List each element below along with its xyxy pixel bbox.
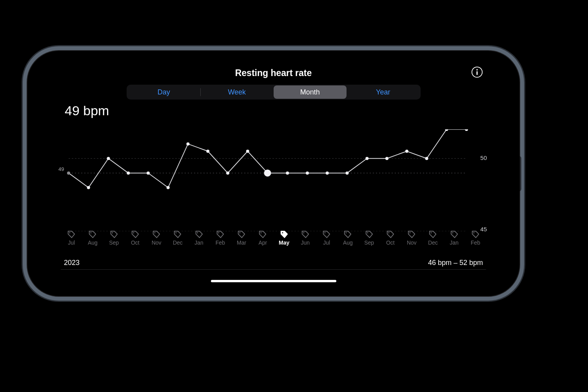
svg-point-42: [388, 232, 389, 233]
current-value: 49 bpm: [65, 103, 109, 118]
svg-point-28: [91, 232, 92, 233]
month-cell-jul-12[interactable]: Jul: [316, 230, 337, 253]
month-label: Jul: [323, 240, 330, 246]
tag-icon: [110, 230, 118, 239]
svg-point-40: [346, 232, 347, 233]
month-cell-nov-16[interactable]: Nov: [401, 230, 422, 253]
svg-point-33: [197, 232, 198, 233]
svg-point-37: [282, 232, 283, 233]
segment-week-label: Week: [228, 88, 246, 96]
month-label: Feb: [216, 240, 225, 246]
info-icon: [471, 66, 483, 78]
info-button[interactable]: [471, 66, 483, 78]
home-indicator[interactable]: [211, 280, 336, 282]
month-cell-aug-1[interactable]: Aug: [82, 230, 103, 253]
svg-point-44: [431, 232, 432, 233]
month-label: Nov: [152, 240, 162, 246]
month-label: Aug: [88, 240, 98, 246]
month-label: Dec: [428, 240, 438, 246]
segment-year[interactable]: Year: [347, 85, 420, 99]
month-label: Oct: [386, 240, 395, 246]
screen: Resting heart rate Day Week: [43, 61, 504, 286]
segment-month[interactable]: Month: [274, 85, 347, 99]
tag-icon: [428, 230, 437, 239]
month-label: Sep: [109, 240, 119, 246]
month-cell-sep-2[interactable]: Sep: [103, 230, 125, 253]
svg-point-27: [69, 232, 71, 233]
segment-month-label: Month: [300, 88, 320, 96]
month-label: Jan: [450, 240, 459, 246]
tag-icon: [301, 230, 310, 239]
segment-day[interactable]: Day: [127, 85, 201, 99]
month-cell-apr-9[interactable]: Apr: [252, 230, 273, 253]
month-label: Sep: [364, 240, 374, 246]
svg-point-15: [246, 150, 249, 153]
heart-rate-chart[interactable]: 49 50 45: [61, 129, 486, 231]
segment-divider: [200, 88, 201, 96]
month-cell-oct-3[interactable]: Oct: [125, 230, 146, 253]
month-cell-feb-19[interactable]: Feb: [465, 230, 486, 253]
month-label: Jan: [194, 240, 203, 246]
tag-icon: [195, 230, 203, 239]
month-label: Dec: [173, 240, 183, 246]
svg-point-20: [346, 171, 349, 174]
phone-frame: Resting heart rate Day Week: [27, 51, 519, 296]
month-label: Aug: [343, 240, 353, 246]
svg-point-11: [167, 186, 170, 189]
month-cell-jan-18[interactable]: Jan: [444, 230, 465, 253]
month-cell-feb-7[interactable]: Feb: [210, 230, 231, 253]
month-cell-mar-8[interactable]: Mar: [231, 230, 252, 253]
month-cell-oct-15[interactable]: Oct: [380, 230, 401, 253]
svg-point-23: [405, 150, 408, 153]
month-cell-may-10[interactable]: May: [274, 230, 295, 253]
side-notch: [517, 156, 521, 191]
y-start-label: 49: [58, 166, 64, 172]
tag-icon: [386, 230, 395, 239]
svg-point-46: [473, 232, 474, 233]
tag-icon: [322, 230, 331, 239]
svg-point-16: [264, 169, 271, 176]
tag-icon: [471, 230, 480, 239]
month-cell-dec-17[interactable]: Dec: [422, 230, 443, 253]
svg-point-19: [326, 171, 329, 174]
month-cell-aug-13[interactable]: Aug: [337, 230, 358, 253]
tag-icon: [67, 230, 76, 239]
month-cell-dec-5[interactable]: Dec: [167, 230, 188, 253]
range-segmented-control: Day Week Month Year: [127, 85, 421, 100]
month-cell-jun-11[interactable]: Jun: [295, 230, 316, 253]
svg-point-39: [325, 232, 326, 233]
month-cell-sep-14[interactable]: Sep: [359, 230, 380, 253]
header: Resting heart rate: [61, 61, 486, 78]
month-cell-jan-6[interactable]: Jan: [189, 230, 210, 253]
tag-icon: [216, 230, 225, 239]
month-label: Oct: [131, 240, 140, 246]
svg-rect-2: [477, 71, 478, 75]
svg-point-7: [87, 186, 90, 189]
svg-point-10: [147, 171, 150, 174]
tag-icon: [88, 230, 97, 239]
app-content: Resting heart rate Day Week: [61, 61, 486, 286]
svg-point-45: [452, 232, 453, 233]
tag-icon: [450, 230, 459, 239]
y-tick-50: 50: [480, 154, 487, 161]
footer: 2023 46 bpm – 52 bpm: [61, 259, 486, 270]
tag-icon: [258, 230, 267, 239]
page-title: Resting heart rate: [235, 68, 312, 78]
svg-point-21: [365, 157, 368, 160]
segment-week[interactable]: Week: [200, 85, 274, 99]
svg-point-22: [385, 157, 388, 160]
svg-point-30: [133, 232, 134, 233]
svg-point-38: [303, 232, 304, 233]
month-cell-nov-4[interactable]: Nov: [146, 230, 167, 253]
svg-point-14: [226, 171, 229, 174]
tag-icon: [173, 230, 182, 239]
tag-icon: [343, 230, 352, 239]
svg-point-18: [306, 171, 309, 174]
month-cell-jul-0[interactable]: Jul: [61, 230, 82, 253]
tag-icon: [152, 230, 161, 239]
svg-point-32: [176, 232, 177, 233]
tag-icon: [407, 230, 416, 239]
month-label: Nov: [407, 240, 417, 246]
month-label: Mar: [237, 240, 246, 246]
svg-point-13: [206, 150, 209, 153]
